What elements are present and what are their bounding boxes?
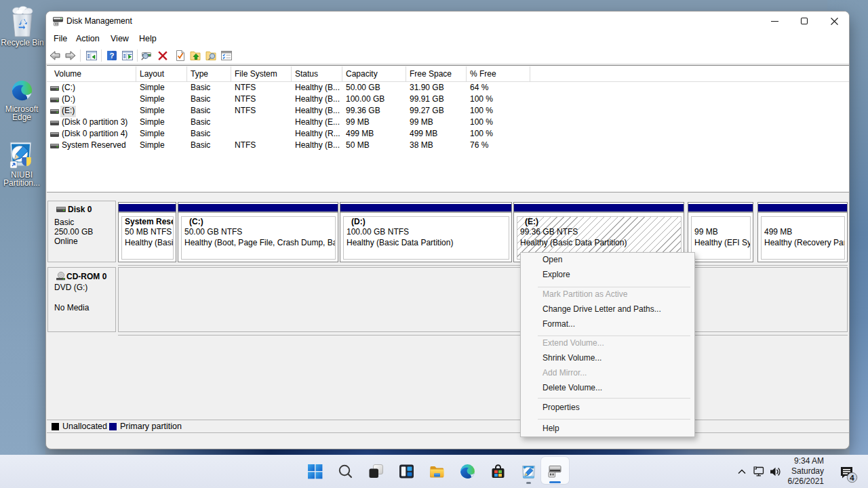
svg-text:?: ?	[109, 52, 114, 60]
svg-text:4: 4	[850, 474, 854, 482]
